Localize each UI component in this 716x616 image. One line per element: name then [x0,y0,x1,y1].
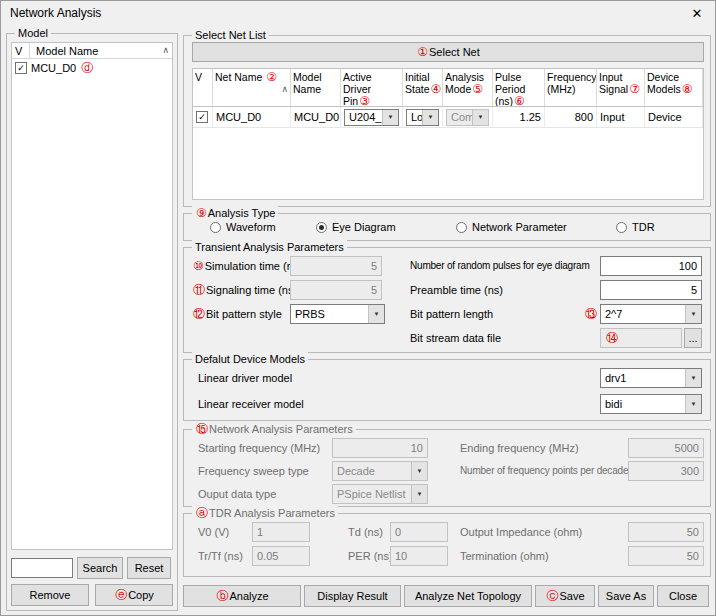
net-table: V Net Name ②∧ Model Name Active Driver P… [192,68,704,200]
analyze-button[interactable]: ⓑ Analyze [183,585,301,607]
starting-frequency-label: Starting frequency (MHz) [198,438,320,458]
annotation-9-badge: ⑨ [195,206,208,220]
annotation-8-badge: ⑧ [681,82,694,96]
annotation-6-badge: ⑥ [513,94,526,106]
select-net-list-title: Select Net List [192,28,269,42]
annotation-4-badge: ④ [430,82,443,96]
footer-buttons: ⓑ Analyze Display Result Analyze Net Top… [183,585,711,609]
col-frequency[interactable]: Frequency (MHz) [545,69,597,106]
ending-frequency-field: 5000 [628,438,704,458]
copy-button[interactable]: ⓔ Copy [95,584,173,606]
radio-icon[interactable] [456,222,467,233]
bit-pattern-length-select[interactable]: 2^7 ▼ [600,304,702,324]
col-pulse-period[interactable]: Pulse Period (ns)⑥ [493,69,545,106]
points-per-decade-field: 300 [628,461,704,481]
save-as-button[interactable]: Save As [598,585,654,607]
titlebar: Network Analysis ✕ [1,1,715,25]
input-signal-cell[interactable]: Input [597,107,645,127]
close-button[interactable]: Close [657,585,709,607]
radio-icon[interactable] [210,222,221,233]
signaling-time-label: ⑪Signaling time (ns) [192,280,297,300]
simulation-time-label: ⑩Simulation time (ns) [192,256,302,276]
model-col-name[interactable]: Model Name [30,45,172,57]
close-icon[interactable]: ✕ [679,1,715,25]
radio-icon[interactable] [616,222,627,233]
col-initial-state[interactable]: Initial State④ [403,69,443,106]
reset-button[interactable]: Reset [127,557,171,579]
model-list-item[interactable]: ✓ MCU_D0 ⓓ [12,59,172,77]
select-net-button[interactable]: ① Select Net [192,42,704,62]
annotation-d-badge: ⓓ [80,62,94,74]
random-pulses-field[interactable]: 100 [600,256,702,276]
sort-asc-icon[interactable]: ∧ [281,83,288,95]
display-result-button[interactable]: Display Result [304,585,401,607]
annotation-2-badge: ② [265,70,278,84]
signaling-time-field: 5 [290,280,382,300]
model-col-v[interactable]: V [12,43,30,58]
linear-receiver-model-select[interactable]: bidi ▼ [600,394,702,414]
radio-tdr-label: TDR [632,221,655,233]
default-device-models-group: Defalut Device Models Linear driver mode… [183,359,711,421]
browse-button[interactable]: ... [684,328,702,348]
radio-tdr[interactable]: TDR [616,220,655,234]
col-model-name[interactable]: Model Name [291,69,341,106]
chevron-down-icon[interactable]: ▼ [422,110,438,125]
radio-waveform[interactable]: Waveform [210,220,276,234]
radio-eye-diagram[interactable]: Eye Diagram [316,220,396,234]
net-table-header: V Net Name ②∧ Model Name Active Driver P… [193,69,703,107]
analyze-net-topology-button[interactable]: Analyze Net Topology [404,585,532,607]
search-button[interactable]: Search [77,557,123,579]
annotation-b-badge: ⓑ [215,590,229,602]
tdr-params-group: ⓐTDR Analysis Parameters V0 (V) 1 Td (ns… [183,513,711,577]
net-row-checkbox[interactable]: ✓ [196,111,208,123]
per-field: 10 [390,546,448,566]
col-input-signal[interactable]: Input Signal⑦ [597,69,645,106]
chevron-down-icon[interactable]: ▼ [685,305,701,323]
chevron-down-icon[interactable]: ▼ [368,305,384,323]
chevron-down-icon[interactable]: ▼ [685,369,701,387]
chevron-down-icon: ▼ [411,462,427,480]
annotation-7-badge: ⑦ [628,82,641,96]
transient-group-title: Transient Analysis Parameters [192,240,347,254]
trtf-field: 0.05 [252,546,310,566]
col-net-name[interactable]: Net Name ②∧ [213,69,291,106]
remove-button[interactable]: Remove [11,584,89,606]
random-pulses-label: Number of random pulses for eye diagram [410,256,590,276]
net-table-row[interactable]: ✓ MCU_D0 MCU_D0 U204_ ▼ Low ▼ [193,107,703,128]
radio-network-parameter[interactable]: Network Parameter [456,220,567,234]
active-driver-pin-select[interactable]: U204_ ▼ [344,109,399,126]
per-label: PER (ns) [348,546,393,566]
col-analysis-mode[interactable]: Analysis Mode⑤ [443,69,493,106]
chevron-down-icon[interactable]: ▼ [685,395,701,413]
network-params-title: ⑮Network Analysis Parameters [192,422,356,436]
model-checkbox[interactable]: ✓ [15,62,27,74]
output-impedance-label: Output Impedance (ohm) [460,522,582,542]
col-device-models[interactable]: Device Models⑧ [645,69,703,106]
frequency-cell[interactable]: 800 [545,107,597,127]
copy-button-label: Copy [128,589,154,601]
model-list[interactable]: V Model Name ∧ ✓ MCU_D0 ⓓ [11,42,173,550]
pulse-period-cell[interactable]: 1.25 [493,107,545,127]
termination-label: Termination (ohm) [460,546,549,566]
termination-field: 50 [628,546,704,566]
col-active-driver-pin[interactable]: Active Driver Pin③ [341,69,403,106]
save-button[interactable]: ⓒ Save [535,585,595,607]
radio-icon[interactable] [316,222,327,233]
annotation-5-badge: ⑤ [471,82,484,96]
ending-frequency-label: Ending frequency (MHz) [460,438,579,458]
search-input[interactable] [11,558,73,578]
bit-pattern-style-select[interactable]: PRBS ▼ [290,304,385,324]
preamble-time-field[interactable]: 5 [600,280,702,300]
col-v[interactable]: V [193,69,213,106]
analysis-mode-select: Comm ▼ [446,109,489,126]
chevron-down-icon[interactable]: ▼ [382,110,398,125]
chevron-down-icon: ▼ [472,110,488,125]
td-field: 0 [390,522,448,542]
default-device-models-title: Defalut Device Models [192,352,308,366]
device-models-cell[interactable]: Device [645,107,703,127]
initial-state-select[interactable]: Low ▼ [406,109,439,126]
sort-asc-icon[interactable]: ∧ [162,45,169,55]
save-button-label: Save [559,590,584,602]
td-label: Td (ns) [348,522,383,542]
linear-driver-model-select[interactable]: drv1 ▼ [600,368,702,388]
